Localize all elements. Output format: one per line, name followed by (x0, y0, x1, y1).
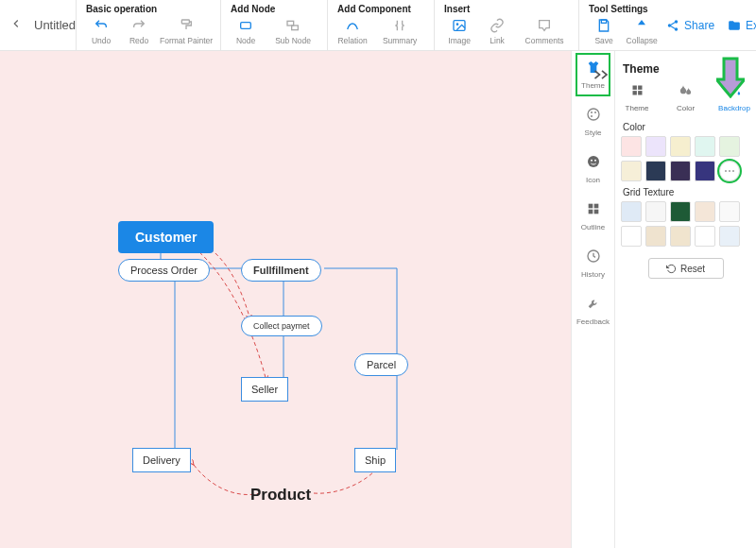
toolbar-group-label: Basic operation (84, 4, 213, 17)
node-product[interactable]: Product (250, 486, 311, 505)
four-icon (630, 83, 644, 101)
svg-rect-25 (638, 91, 642, 94)
grid-icon (586, 201, 601, 220)
swatch[interactable] (645, 226, 666, 247)
redo-icon (131, 17, 146, 34)
swatch[interactable] (670, 201, 691, 222)
image-icon (452, 17, 467, 34)
comment-icon (537, 17, 552, 34)
collapse-button[interactable]: Collapse (625, 17, 659, 45)
node-customer[interactable]: Customer (118, 221, 214, 253)
swatch[interactable] (621, 161, 642, 181)
save-icon (596, 17, 611, 34)
svg-point-15 (591, 160, 593, 162)
doc-title[interactable]: Untitled (34, 18, 76, 32)
svg-rect-23 (638, 86, 642, 90)
wrench-icon (586, 296, 601, 315)
svg-point-7 (675, 20, 679, 24)
panel-tab-theme[interactable]: Theme (621, 83, 653, 112)
rail-history[interactable]: History (572, 240, 614, 287)
drops-icon (679, 83, 693, 101)
diagram-edges (0, 51, 571, 548)
node-button[interactable]: Node (229, 17, 263, 45)
swatch[interactable] (670, 136, 691, 157)
paint-icon (179, 17, 194, 34)
panel-collapse[interactable] (593, 68, 611, 85)
swatch[interactable] (621, 226, 642, 247)
svg-point-13 (591, 115, 593, 117)
rail-icon[interactable]: Icon (572, 146, 614, 193)
swatch[interactable] (695, 226, 715, 247)
swatch[interactable] (719, 136, 740, 157)
svg-point-14 (588, 156, 599, 167)
swatch[interactable] (695, 201, 715, 222)
svg-rect-20 (593, 210, 598, 214)
swatch[interactable] (621, 136, 642, 157)
collapse-icon (634, 17, 649, 34)
subnode-button[interactable]: Sub Node (266, 17, 319, 45)
redo-button[interactable]: Redo (122, 17, 156, 45)
export-button[interactable]: Export (728, 19, 756, 32)
swatch[interactable] (670, 226, 691, 247)
toolbar-group-label: Add Component (335, 4, 426, 17)
svg-rect-18 (593, 204, 598, 209)
svg-point-5 (456, 23, 459, 26)
node-process[interactable]: Process Order (118, 259, 210, 282)
svg-point-12 (594, 111, 596, 113)
swatch-more[interactable]: ⋯ (719, 161, 740, 181)
undo-button[interactable]: Undo (84, 17, 118, 45)
svg-rect-22 (632, 86, 636, 90)
back-button[interactable] (9, 17, 23, 34)
svg-rect-0 (181, 20, 189, 24)
toolbar-group-label: Add Node (229, 4, 319, 17)
share-button[interactable]: Share (666, 19, 714, 32)
svg-point-16 (594, 160, 596, 162)
swatch[interactable] (719, 201, 740, 222)
svg-rect-19 (588, 210, 593, 214)
curly-icon (392, 17, 407, 34)
rect2-icon (285, 17, 301, 34)
node-ship[interactable]: Ship (354, 448, 396, 472)
cmt-button[interactable]: Comments (518, 17, 571, 45)
rail-style[interactable]: Style (572, 98, 614, 146)
node-seller[interactable]: Seller (241, 377, 288, 402)
svg-rect-2 (287, 21, 294, 26)
node-collect[interactable]: Collect paymet (241, 316, 322, 336)
link-icon (490, 17, 505, 34)
swatch[interactable] (645, 201, 666, 222)
face-icon (586, 154, 601, 173)
link-button[interactable]: Link (480, 17, 514, 45)
rect-icon (238, 17, 253, 34)
panel-tab-color[interactable]: Color (670, 83, 702, 112)
svg-rect-1 (241, 23, 251, 29)
swatch[interactable] (695, 136, 715, 157)
toolbar-group-label: Insert (442, 4, 571, 17)
rel-button[interactable]: Relation (335, 17, 369, 45)
node-parcel[interactable]: Parcel (354, 353, 408, 376)
sum-button[interactable]: Summary (373, 17, 426, 45)
panel-section-color: Color (623, 122, 750, 132)
palette-icon (586, 107, 601, 126)
svg-rect-6 (601, 20, 606, 23)
guide-arrow-icon (716, 57, 745, 98)
swatch[interactable] (645, 161, 666, 181)
swatch[interactable] (645, 136, 666, 157)
reset-button[interactable]: Reset (648, 258, 724, 279)
save-button[interactable]: Save (587, 17, 621, 45)
canvas[interactable]: CustomerProcess OrderFullfillmentCollect… (0, 51, 571, 548)
node-delivery[interactable]: Delivery (132, 448, 191, 472)
img-button[interactable]: Image (442, 17, 476, 45)
svg-point-11 (591, 111, 593, 113)
svg-point-8 (668, 24, 672, 27)
line-icon (345, 17, 360, 34)
swatch[interactable] (621, 201, 642, 222)
swatch[interactable] (670, 161, 691, 181)
rail-outline[interactable]: Outline (572, 193, 614, 240)
rail-feedback[interactable]: Feedback (572, 287, 614, 334)
fmt-button[interactable]: Format Painter (160, 17, 213, 45)
swatch[interactable] (695, 161, 715, 181)
panel-section-grid: Grid Texture (623, 187, 750, 197)
node-fulfill[interactable]: Fullfillment (241, 259, 321, 282)
swatch[interactable] (719, 226, 740, 247)
svg-point-10 (588, 109, 599, 120)
